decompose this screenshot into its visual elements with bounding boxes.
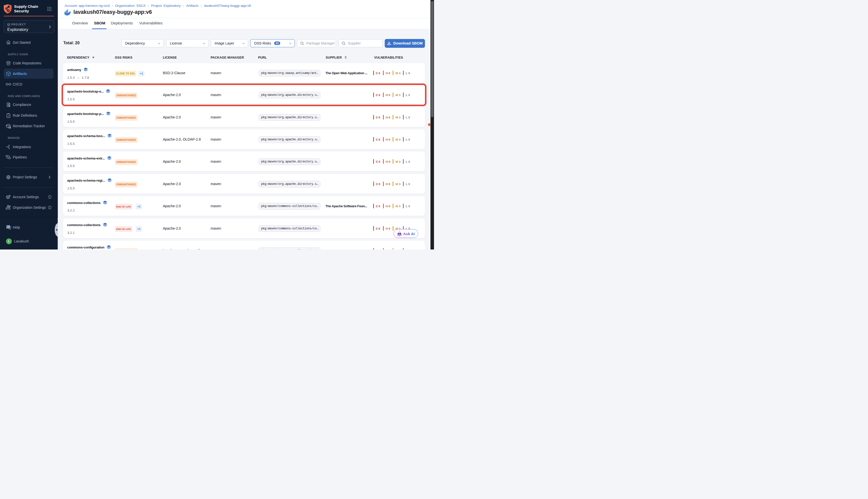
svg-text:Ask AI: Ask AI — [403, 232, 415, 236]
svg-text:?: ? — [7, 226, 8, 228]
